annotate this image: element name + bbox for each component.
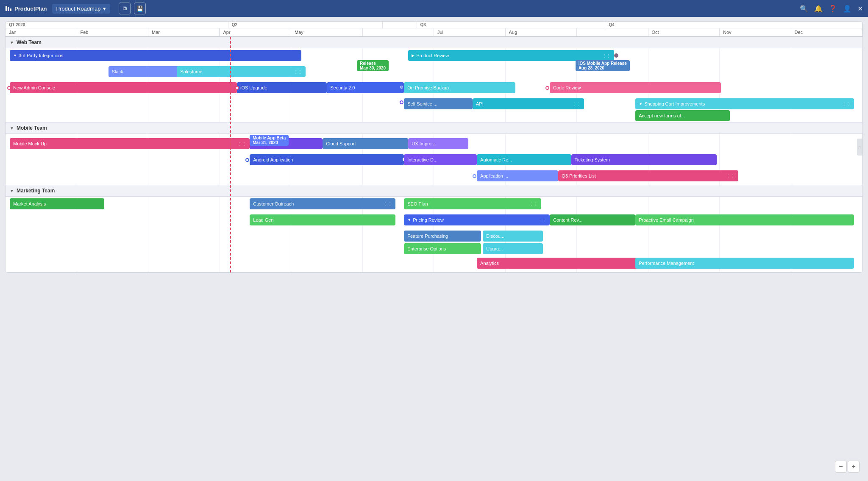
bar-pricing-review[interactable]: ▼ Pricing Review ⋮⋮ <box>404 214 550 225</box>
expand-icon: ▼ <box>13 53 17 58</box>
bell-icon[interactable]: 🔔 <box>814 5 823 13</box>
bar-security[interactable]: Security 2.0 <box>327 82 404 93</box>
bar-product-review[interactable]: ▶ Product Review ⋮⋮ <box>408 50 614 61</box>
team-web: ▼ Web Team ▼ 3rd Party Integrations <box>6 37 862 122</box>
team-marketing: ▼ Marketing Team Market Analysis Custome… <box>6 185 862 272</box>
team-mobile: ▼ Mobile Team Mobile App BetaMar 31, 202… <box>6 122 862 185</box>
today-line <box>230 37 231 272</box>
bar-discount[interactable]: Discou... <box>483 231 543 242</box>
web-team-header[interactable]: ▼ Web Team <box>6 37 862 48</box>
bar-accept-forms[interactable]: Accept new forms of... <box>635 110 729 121</box>
bar-enterprise-options[interactable]: Enterprise Options <box>404 243 481 254</box>
q2-header: Q2 <box>228 22 383 28</box>
connector-dot-sec <box>400 86 403 89</box>
mobile-team-label: Mobile Team <box>17 125 47 131</box>
bar-ticketing[interactable]: Ticketing System <box>571 154 717 165</box>
bar-mobile-mockup[interactable]: Mobile Mock Up ⋮⋮ <box>10 138 250 149</box>
bar-content-rev[interactable]: Content Rev... <box>550 214 635 225</box>
q4-header: Q4 <box>605 22 862 28</box>
bar-cloud-support[interactable]: Cloud Support <box>323 138 408 149</box>
save-button[interactable]: 💾 <box>134 3 146 14</box>
brand-name: ProductPlan <box>14 6 47 12</box>
month-feb: Feb <box>77 28 149 36</box>
quarter-header-row: Q1 2020 Q2 Q3 Q4 <box>6 22 862 28</box>
scroll-right-tab[interactable]: › <box>857 139 863 156</box>
bar-automatic-re[interactable]: Automatic Re... <box>477 154 571 165</box>
user-icon[interactable]: 👤 <box>843 5 851 13</box>
month-jun <box>363 28 434 36</box>
milestone-release: ReleaseMay 30, 2020 <box>357 60 389 71</box>
bar-feature-purchasing[interactable]: Feature Purchasing <box>404 231 481 242</box>
shopping-chevron: ▼ <box>639 102 643 106</box>
bar-menu-sc: ⋮⋮ <box>842 102 851 106</box>
q1-header: Q1 2020 <box>6 22 228 28</box>
bar-ios-upgrade[interactable]: iOS Upgrade <box>237 82 327 93</box>
web-team-chevron: ▼ <box>10 40 14 45</box>
bar-lead-gen[interactable]: Lead Gen <box>250 214 395 225</box>
bar-menu-api: ⋮⋮ <box>572 102 581 106</box>
brand[interactable]: ProductPlan <box>5 5 47 12</box>
bar-menu-mm: ⋮⋮ <box>238 142 246 146</box>
marketing-team-header[interactable]: ▼ Marketing Team <box>6 185 862 197</box>
dot-new-admin-right <box>235 86 239 90</box>
bar-api[interactable]: API ⋮⋮ <box>473 98 584 109</box>
bar-analytics[interactable]: Analytics <box>477 258 640 269</box>
mobile-team-header[interactable]: ▼ Mobile Team <box>6 122 862 134</box>
bar-market-analysis[interactable]: Market Analysis <box>10 198 104 209</box>
bar-seo-plan[interactable]: SEO Plan ⋮⋮ <box>404 198 541 209</box>
marketing-row-3: Feature Purchasing Discou... Enterprise … <box>6 229 862 256</box>
roadmap-dropdown[interactable]: Product Roadmap ▾ <box>52 4 111 14</box>
bar-performance-mgmt[interactable]: Performance Management <box>635 258 854 269</box>
web-row-4: Self Service ... API ⋮⋮ ▼ Shopping Cart … <box>6 97 862 122</box>
pricing-chevron: ▼ <box>407 218 411 222</box>
bar-interactive-de[interactable]: Interactive D... <box>404 154 477 165</box>
bar-menu-sf: ⋮⋮ <box>294 70 302 74</box>
month-header-row: Jan Feb Mar Apr May Jul Aug Oct Nov Dec <box>6 28 862 37</box>
bar-code-review[interactable]: Code Review <box>550 82 721 93</box>
bar-android-app[interactable]: Android Application <box>250 154 404 165</box>
bar-customer-outreach[interactable]: Customer Outreach ⋮⋮ <box>250 198 395 209</box>
dot-new-admin-left <box>7 86 11 90</box>
dot-application <box>473 174 476 178</box>
web-team-label: Web Team <box>17 39 42 45</box>
bar-onpremise[interactable]: On Premise Backup <box>404 82 515 93</box>
svg-rect-1 <box>8 7 9 11</box>
bar-self-service[interactable]: Self Service ... <box>404 98 473 109</box>
web-row-2: Slack Salesforce ⋮⋮ <box>6 64 862 81</box>
roadmap-title: Product Roadmap <box>56 6 101 12</box>
gantt-rows-area: ReleaseMay 30, 2020 iOS Mobile App Relea… <box>6 37 862 272</box>
bar-proactive-email[interactable]: Proactive Email Campaign <box>635 214 854 225</box>
marketing-row-2: Lead Gen ▼ Pricing Review ⋮⋮ Content Rev… <box>6 213 862 229</box>
bar-new-admin[interactable]: New Admin Console <box>10 82 237 93</box>
bar-q3-priorities[interactable]: Q3 Priorities List ⋮⋮ <box>558 170 738 181</box>
bar-application[interactable]: Application ... <box>477 170 558 181</box>
month-may: May <box>291 28 363 36</box>
bar-upgrade[interactable]: Upgra... <box>483 243 543 254</box>
bar-ux-impro2[interactable]: UX Impro... <box>408 138 468 149</box>
help-icon[interactable]: ❓ <box>829 5 837 13</box>
brand-icon <box>5 5 12 12</box>
search-icon[interactable]: 🔍 <box>800 5 808 13</box>
month-sep <box>577 28 648 36</box>
month-apr: Apr <box>220 28 292 36</box>
mobile-chevron: ▼ <box>10 126 14 131</box>
topnav: ProductPlan Product Roadmap ▾ ⧉ 💾 🔍 🔔 ❓ … <box>0 0 868 17</box>
milestone-mobile-beta: Mobile App BetaMar 31, 2020 <box>250 135 289 146</box>
web-row-3: New Admin Console iOS Upgrade Security 2… <box>6 81 862 97</box>
bar-salesforce[interactable]: Salesforce ⋮⋮ <box>177 66 305 77</box>
month-oct: Oct <box>648 28 720 36</box>
bar-menu-pr: ⋮⋮ <box>538 218 546 222</box>
svg-rect-2 <box>10 8 11 11</box>
bar-shopping-cart[interactable]: ▼ Shopping Cart Improvements ⋮⋮ <box>635 98 854 109</box>
close-icon[interactable]: ✕ <box>857 5 863 13</box>
mobile-row-1: Mobile Mock Up ⋮⋮ UX Improve... Cloud Su… <box>6 134 862 153</box>
month-jan: Jan <box>6 28 77 36</box>
topnav-right: 🔍 🔔 ❓ 👤 ✕ <box>800 5 863 13</box>
q3-header: Q3 <box>417 22 606 28</box>
dot-self-service <box>400 100 403 104</box>
marketing-row-1: Market Analysis Customer Outreach ⋮⋮ SEO… <box>6 197 862 213</box>
copy-button[interactable]: ⧉ <box>119 3 131 14</box>
month-mar: Mar <box>148 28 220 36</box>
bar-3rd-party[interactable]: ▼ 3rd Party Integrations <box>10 50 301 61</box>
dot-android <box>245 158 249 162</box>
